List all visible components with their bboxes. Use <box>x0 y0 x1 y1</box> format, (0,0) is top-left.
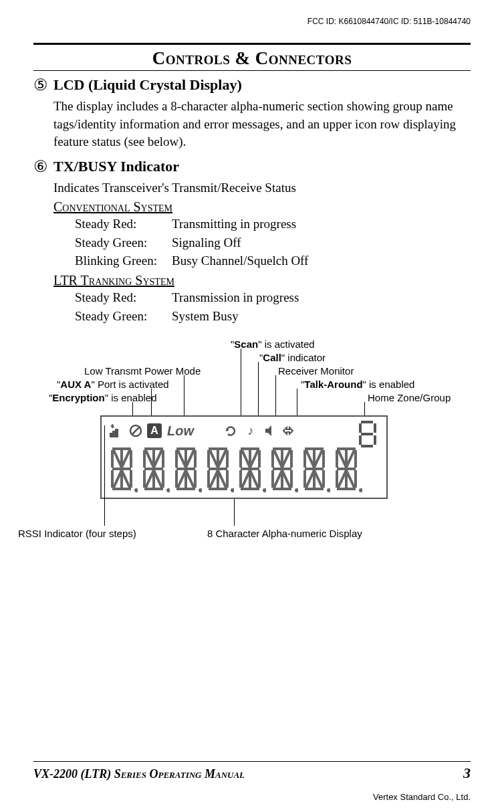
section-title: TX/BUSY Indicator <box>53 158 179 175</box>
status-row: Steady Green: System Busy <box>75 307 471 326</box>
status-row: Steady Red: Transmission in progress <box>75 288 471 307</box>
status-row: Steady Green: Signaling Off <box>75 233 471 252</box>
footer-divider <box>33 761 471 762</box>
footer: VX-2200 (LTR) Series Operating Manual 3 <box>33 761 471 782</box>
svg-point-6 <box>263 488 266 492</box>
seg-char <box>332 445 362 493</box>
scan-icon <box>222 422 239 439</box>
page-number: 3 <box>463 765 471 782</box>
svg-point-7 <box>295 488 298 492</box>
company-name: Vertex Standard Co., Ltd. <box>373 792 471 802</box>
system-heading-ltr: LTR Tranking System <box>53 273 471 288</box>
callout-scan: "Scan" is activated <box>231 338 315 350</box>
svg-point-8 <box>327 488 330 492</box>
status-value: Busy Channel/Squelch Off <box>172 251 308 270</box>
section-title: LCD (Liquid Crystal Display) <box>53 76 242 94</box>
system-heading-conventional: Conventional System <box>53 199 471 215</box>
seg-char <box>107 445 138 493</box>
status-label: Steady Green: <box>75 307 172 326</box>
lcd-display: A Low ♪ <box>100 415 388 499</box>
callout-rssi: RSSI Indicator (four steps) <box>18 528 136 539</box>
seg-char <box>139 445 170 493</box>
status-value: Signaling Off <box>172 233 241 252</box>
status-label: Steady Red: <box>75 215 172 233</box>
fcc-id-text: FCC ID: K6610844740/IC ID: 511B-10844740 <box>33 17 471 26</box>
callout-receiver: Receiver Monitor <box>278 365 354 377</box>
seg-char <box>267 445 298 493</box>
section-txbusy: ⑥ TX/BUSY Indicator Indicates Transceive… <box>33 158 471 325</box>
status-label: Blinking Green: <box>75 251 172 270</box>
status-row: Blinking Green: Busy Channel/Squelch Off <box>75 251 471 270</box>
svg-point-2 <box>134 488 138 492</box>
callout-line <box>104 425 105 526</box>
seg-char <box>171 445 202 493</box>
callout-line <box>241 348 241 425</box>
callout-eight-char: 8 Character Alpha-numeric Display <box>207 528 362 539</box>
manual-title: VX-2200 (LTR) Series Operating Manual <box>33 767 245 781</box>
section-heading: ⑥ TX/BUSY Indicator <box>33 158 471 175</box>
callout-line <box>234 499 235 526</box>
callout-encryption: "Encryption" is enabled <box>49 392 157 403</box>
status-label: Steady Green: <box>75 233 172 252</box>
seg-char <box>203 445 234 493</box>
aux-a-icon: A <box>147 423 162 438</box>
receiver-monitor-icon <box>262 422 279 439</box>
divider <box>33 70 471 71</box>
rssi-icon <box>107 422 124 439</box>
section-body: The display includes a 8-character alpha… <box>53 98 471 151</box>
status-value: Transmitting in progress <box>172 215 296 233</box>
status-value: Transmission in progress <box>172 288 299 307</box>
svg-point-5 <box>231 488 234 492</box>
section-lcd: ⑤ LCD (Liquid Crystal Display) The displ… <box>33 76 471 151</box>
section-number-5: ⑤ <box>33 77 48 93</box>
encryption-icon <box>127 422 144 439</box>
seg-char <box>235 445 266 493</box>
svg-point-4 <box>199 488 202 492</box>
callout-talk: "Talk-Around" is enabled <box>301 379 414 390</box>
seg-digit-8 <box>357 419 378 449</box>
section-heading: ⑤ LCD (Liquid Crystal Display) <box>33 76 471 94</box>
svg-point-9 <box>359 488 362 492</box>
callout-call: "Call" indicator <box>259 352 326 363</box>
lcd-figure: "Scan" is activated "Call" indicator Low… <box>33 338 434 552</box>
status-label: Steady Red: <box>75 288 172 307</box>
low-power-text: Low <box>167 423 194 439</box>
talk-around-icon <box>282 422 299 439</box>
status-row: Steady Red: Transmitting in progress <box>75 215 471 233</box>
svg-line-1 <box>132 427 140 435</box>
callout-home: Home Zone/Group <box>368 392 451 403</box>
section-number-6: ⑥ <box>33 159 48 175</box>
status-value: System Busy <box>172 307 239 326</box>
svg-point-3 <box>166 488 170 492</box>
divider <box>33 43 471 45</box>
seg-char <box>299 445 330 493</box>
lcd-icon-row: A Low ♪ <box>107 419 381 442</box>
section-body: Indicates Transceiver's Transmit/Receive… <box>53 179 471 197</box>
lcd-char-row <box>107 442 381 495</box>
call-icon: ♪ <box>242 422 259 439</box>
page-title: Controls & Connectors <box>33 46 471 70</box>
callout-aux: "AUX A" Port is activated <box>57 379 169 390</box>
